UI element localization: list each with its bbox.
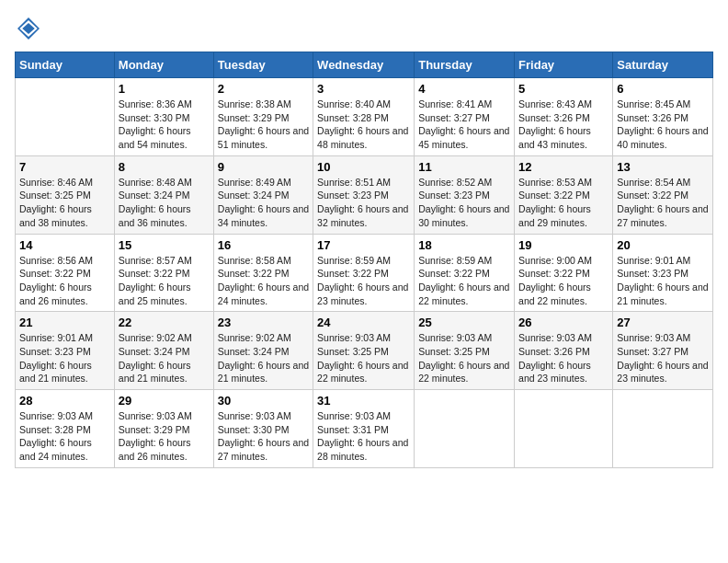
calendar-cell [613,390,713,468]
calendar-cell [515,390,613,468]
day-header-friday: Friday [515,52,613,78]
day-info: Sunrise: 8:43 AMSunset: 3:26 PMDaylight:… [518,98,609,152]
day-number: 1 [119,82,210,96]
calendar-cell: 11Sunrise: 8:52 AMSunset: 3:23 PMDayligh… [415,155,515,234]
day-info: Sunrise: 8:49 AMSunset: 3:24 PMDaylight:… [218,176,309,230]
week-row-5: 28Sunrise: 9:03 AMSunset: 3:28 PMDayligh… [16,390,713,468]
day-info: Sunrise: 8:54 AMSunset: 3:22 PMDaylight:… [617,176,709,230]
calendar-cell: 23Sunrise: 9:02 AMSunset: 3:24 PMDayligh… [213,312,313,390]
day-info: Sunrise: 8:56 AMSunset: 3:22 PMDaylight:… [19,254,110,308]
day-number: 6 [617,82,709,96]
calendar-cell: 19Sunrise: 9:00 AMSunset: 3:22 PMDayligh… [515,234,613,312]
calendar-cell: 29Sunrise: 9:03 AMSunset: 3:29 PMDayligh… [114,390,213,468]
day-number: 23 [218,316,309,329]
day-number: 24 [317,316,410,329]
day-info: Sunrise: 8:46 AMSunset: 3:25 PMDaylight:… [19,176,110,230]
calendar-cell: 5Sunrise: 8:43 AMSunset: 3:26 PMDaylight… [515,78,613,156]
calendar-cell: 15Sunrise: 8:57 AMSunset: 3:22 PMDayligh… [114,234,213,312]
calendar-cell: 25Sunrise: 9:03 AMSunset: 3:25 PMDayligh… [415,312,515,390]
day-info: Sunrise: 9:01 AMSunset: 3:23 PMDaylight:… [617,254,709,308]
calendar-table: SundayMondayTuesdayWednesdayThursdayFrid… [15,52,713,468]
day-header-tuesday: Tuesday [213,52,313,78]
logo [15,15,46,42]
day-number: 10 [317,160,410,174]
day-info: Sunrise: 9:03 AMSunset: 3:25 PMDaylight:… [418,331,510,385]
calendar-cell: 12Sunrise: 8:53 AMSunset: 3:22 PMDayligh… [515,155,613,234]
week-row-4: 21Sunrise: 9:01 AMSunset: 3:23 PMDayligh… [16,312,713,390]
day-number: 8 [119,160,210,174]
day-info: Sunrise: 8:58 AMSunset: 3:22 PMDaylight:… [218,254,309,308]
calendar-cell: 4Sunrise: 8:41 AMSunset: 3:27 PMDaylight… [415,78,515,156]
calendar-cell: 21Sunrise: 9:01 AMSunset: 3:23 PMDayligh… [16,312,115,390]
calendar-cell [415,390,515,468]
calendar-cell: 20Sunrise: 9:01 AMSunset: 3:23 PMDayligh… [613,234,713,312]
day-header-thursday: Thursday [415,52,515,78]
day-number: 22 [119,316,210,329]
day-info: Sunrise: 8:59 AMSunset: 3:22 PMDaylight:… [418,254,510,308]
day-number: 4 [418,82,510,96]
calendar-cell: 10Sunrise: 8:51 AMSunset: 3:23 PMDayligh… [313,155,415,234]
day-number: 18 [418,238,510,252]
day-header-wednesday: Wednesday [313,52,415,78]
calendar-cell: 18Sunrise: 8:59 AMSunset: 3:22 PMDayligh… [415,234,515,312]
calendar-cell: 16Sunrise: 8:58 AMSunset: 3:22 PMDayligh… [213,234,313,312]
day-number: 21 [19,316,110,329]
day-info: Sunrise: 8:41 AMSunset: 3:27 PMDaylight:… [418,98,510,152]
calendar-cell: 28Sunrise: 9:03 AMSunset: 3:28 PMDayligh… [16,390,115,468]
calendar-cell: 17Sunrise: 8:59 AMSunset: 3:22 PMDayligh… [313,234,415,312]
calendar-cell: 13Sunrise: 8:54 AMSunset: 3:22 PMDayligh… [613,155,713,234]
calendar-cell: 27Sunrise: 9:03 AMSunset: 3:27 PMDayligh… [613,312,713,390]
day-number: 15 [119,238,210,252]
day-number: 19 [518,238,609,252]
day-number: 27 [617,316,709,329]
day-info: Sunrise: 9:02 AMSunset: 3:24 PMDaylight:… [119,331,210,385]
day-info: Sunrise: 9:03 AMSunset: 3:27 PMDaylight:… [617,331,709,385]
day-number: 20 [617,238,709,252]
day-number: 2 [218,82,309,96]
day-info: Sunrise: 9:03 AMSunset: 3:26 PMDaylight:… [518,331,609,385]
day-info: Sunrise: 8:57 AMSunset: 3:22 PMDaylight:… [119,254,210,308]
day-info: Sunrise: 9:02 AMSunset: 3:24 PMDaylight:… [218,331,309,385]
day-info: Sunrise: 9:03 AMSunset: 3:28 PMDaylight:… [19,409,110,464]
calendar-cell: 24Sunrise: 9:03 AMSunset: 3:25 PMDayligh… [313,312,415,390]
calendar-cell: 9Sunrise: 8:49 AMSunset: 3:24 PMDaylight… [213,155,313,234]
day-number: 17 [317,238,410,252]
day-info: Sunrise: 8:38 AMSunset: 3:29 PMDaylight:… [218,98,309,152]
day-number: 3 [317,82,410,96]
day-number: 13 [617,160,709,174]
day-info: Sunrise: 9:03 AMSunset: 3:30 PMDaylight:… [218,409,309,464]
day-number: 11 [418,160,510,174]
day-info: Sunrise: 8:52 AMSunset: 3:23 PMDaylight:… [418,176,510,230]
day-info: Sunrise: 8:59 AMSunset: 3:22 PMDaylight:… [317,254,410,308]
day-number: 14 [19,238,110,252]
header-row: SundayMondayTuesdayWednesdayThursdayFrid… [16,52,713,78]
calendar-cell: 2Sunrise: 8:38 AMSunset: 3:29 PMDaylight… [213,78,313,156]
day-info: Sunrise: 8:40 AMSunset: 3:28 PMDaylight:… [317,98,410,152]
week-row-2: 7Sunrise: 8:46 AMSunset: 3:25 PMDaylight… [16,155,713,234]
calendar-cell: 14Sunrise: 8:56 AMSunset: 3:22 PMDayligh… [16,234,115,312]
day-number: 31 [317,394,410,408]
page-header [15,15,713,42]
day-info: Sunrise: 9:03 AMSunset: 3:25 PMDaylight:… [317,331,410,385]
day-info: Sunrise: 9:01 AMSunset: 3:23 PMDaylight:… [19,331,110,385]
day-number: 28 [19,394,110,408]
calendar-cell: 31Sunrise: 9:03 AMSunset: 3:31 PMDayligh… [313,390,415,468]
day-info: Sunrise: 8:51 AMSunset: 3:23 PMDaylight:… [317,176,410,230]
day-number: 29 [119,394,210,408]
day-info: Sunrise: 8:48 AMSunset: 3:24 PMDaylight:… [119,176,210,230]
day-header-sunday: Sunday [16,52,115,78]
day-number: 5 [518,82,609,96]
day-number: 7 [19,160,110,174]
day-number: 25 [418,316,510,329]
day-header-saturday: Saturday [613,52,713,78]
calendar-cell: 7Sunrise: 8:46 AMSunset: 3:25 PMDaylight… [16,155,115,234]
day-info: Sunrise: 9:00 AMSunset: 3:22 PMDaylight:… [518,254,609,308]
calendar-cell [16,78,115,156]
week-row-3: 14Sunrise: 8:56 AMSunset: 3:22 PMDayligh… [16,234,713,312]
calendar-cell: 26Sunrise: 9:03 AMSunset: 3:26 PMDayligh… [515,312,613,390]
day-number: 16 [218,238,309,252]
calendar-cell: 6Sunrise: 8:45 AMSunset: 3:26 PMDaylight… [613,78,713,156]
day-info: Sunrise: 8:36 AMSunset: 3:30 PMDaylight:… [119,98,210,152]
week-row-1: 1Sunrise: 8:36 AMSunset: 3:30 PMDaylight… [16,78,713,156]
day-info: Sunrise: 8:45 AMSunset: 3:26 PMDaylight:… [617,98,709,152]
